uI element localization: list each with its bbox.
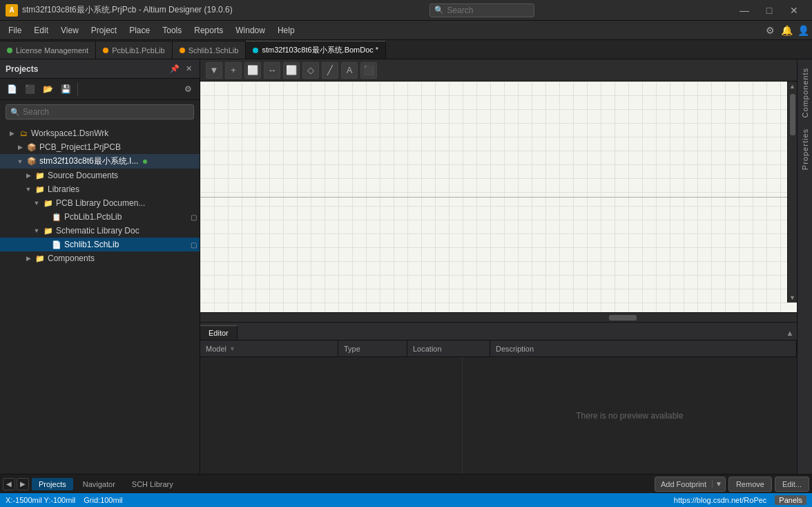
notifications-icon[interactable]: 🔔 [780,24,793,37]
tree-schlib1[interactable]: 📄 Schlib1.SchLib ▢ [0,238,200,251]
menu-project[interactable]: Project [86,23,122,37]
tool-add[interactable]: + [225,62,242,79]
projects-panel: Projects 📌 ✕ 📄 ⬛ 📂 💾 ⚙ 🔍 ▶ 🗂 Workspac [0,59,200,474]
tab-license[interactable]: License Management [0,41,96,59]
top-search-input[interactable] [447,6,530,15]
scroll-up-arrow[interactable]: ▲ [788,82,798,91]
panel-toolbar: 📄 ⬛ 📂 💾 ⚙ [0,79,200,100]
active-dot [143,160,147,164]
menu-place[interactable]: Place [124,23,155,37]
tool-filter[interactable]: ▼ [206,62,222,79]
minimize-button[interactable]: — [732,0,757,21]
project-search-box[interactable]: 🔍 [6,104,194,119]
bottom-nav: ◀ ▶ [3,478,29,490]
menu-edit[interactable]: Edit [28,23,54,37]
schlib1-icon: 📄 [51,239,62,250]
bottom-tab-projects[interactable]: Projects [32,478,73,490]
new-file-tool[interactable]: 📄 [4,82,19,97]
tree-pcb-lib-folder[interactable]: ▼ 📁 PCB Library Documen... [0,196,200,210]
canvas-scroll-h[interactable] [200,312,797,322]
menu-reports[interactable]: Reports [188,23,229,37]
settings-icon[interactable]: ⚙ [764,24,776,37]
add-footprint-button[interactable]: Add Footprint ▼ [655,477,726,492]
open-tool[interactable]: 📂 [40,82,55,97]
scroll-down-arrow[interactable]: ▼ [788,293,798,303]
stm32-arrow: ▼ [16,157,24,166]
tab-label-bomdoc: stm32f103c8t6最小系统.BomDoc * [262,45,378,55]
canvas-vscroll[interactable]: ▲ ▼ [787,82,797,303]
tree-workspace[interactable]: ▶ 🗂 Workspace1.DsnWrk [0,126,200,140]
pcb-lib-folder-icon: 📁 [43,198,54,209]
editor-collapse-button[interactable]: ▲ [783,326,797,340]
editor-tab-main[interactable]: Editor [200,325,238,340]
menu-help[interactable]: Help [272,23,300,37]
tree-source-docs[interactable]: ▶ 📁 Source Documents [0,169,200,182]
add-footprint-dropdown-arrow[interactable]: ▼ [713,480,725,488]
nav-prev-button[interactable]: ◀ [3,478,15,490]
tool-diamond[interactable]: ◇ [302,62,319,79]
components-arrow: ▶ [24,254,32,262]
tool-align[interactable]: ↔ [264,62,280,79]
edit-button[interactable]: Edit... [775,477,809,492]
panel-close-button[interactable]: ✕ [183,64,194,75]
settings-tool[interactable]: ⚙ [180,82,195,97]
libraries-label: Libraries [48,184,79,194]
menu-tools[interactable]: Tools [157,23,187,37]
side-tab-properties[interactable]: Properties [799,123,811,175]
tab-dot-schlib [180,48,185,53]
panel-pin-button[interactable]: 📌 [169,64,180,75]
remove-button[interactable]: Remove [728,477,772,492]
right-panel-tabs: Components Properties [797,59,812,474]
sch-lib-folder-label: Schematic Library Doc [56,226,139,236]
copy-tool[interactable]: ⬛ [22,82,37,97]
menu-view[interactable]: View [55,23,84,37]
window-title: stm32f103c8t6最小系统.PrjPcb - Altium Design… [22,4,233,16]
status-coords: X:-1500mil Y:-100mil [6,496,75,504]
col-model[interactable]: Model ▼ [200,341,338,356]
panels-label[interactable]: Panels [775,495,806,505]
project-search-input[interactable] [23,107,189,117]
tab-label-schlib: Schlib1.SchLib [188,46,239,55]
tool-line[interactable]: ╱ [322,62,338,79]
nav-next-button[interactable]: ▶ [17,478,29,490]
tree-sch-lib-folder[interactable]: ▼ 📁 Schematic Library Doc [0,224,200,238]
top-search-box[interactable]: 🔍 [429,3,534,17]
titlebar-left: A stm32f103c8t6最小系统.PrjPcb - Altium Desi… [6,4,233,17]
tab-label-license: License Management [16,46,88,55]
pcblib1-badge: ▢ [191,213,197,221]
tree-pcb-project[interactable]: ▶ 📦 PCB_Project1.PrjPCB [0,140,200,154]
tree-components[interactable]: ▶ 📁 Components [0,251,200,265]
content-toolbar: ▼ + ⬜ ↔ ⬜ ◇ ╱ A ⬛ [200,59,797,82]
tool-rect2[interactable]: ⬜ [283,62,300,79]
save-tool[interactable]: 💾 [58,82,73,97]
tool-text[interactable]: A [341,62,358,79]
scroll-thumb-v[interactable] [790,94,795,135]
bottom-tab-navigator[interactable]: Navigator [76,478,122,490]
close-button[interactable]: ✕ [782,0,806,21]
bottom-tab-sch-library[interactable]: SCH Library [125,478,180,490]
maximize-button[interactable]: □ [757,0,782,21]
col-model-label: Model [206,345,226,353]
tool-fill[interactable]: ⬛ [360,62,377,79]
tab-schlib[interactable]: Schlib1.SchLib [173,41,246,59]
tree-pcblib1[interactable]: 📋 PcbLib1.PcbLib ▢ [0,210,200,224]
bottombar: ◀ ▶ Projects Navigator SCH Library Add F… [0,474,812,493]
side-tab-components[interactable]: Components [799,62,811,123]
tab-pcblib[interactable]: PcbLib1.PcbLib [96,41,172,59]
canvas-area[interactable]: ▲ ▼ [200,82,797,312]
window-controls: — □ ✕ [732,0,806,21]
canvas-divider [200,197,787,198]
scroll-thumb-h[interactable] [609,315,637,321]
col-type-label: Type [344,345,360,353]
table-header: Model ▼ Type Location Description [200,341,797,357]
menu-window[interactable]: Window [230,23,271,37]
user-icon[interactable]: 👤 [797,24,809,37]
tree-stm32-project[interactable]: ▼ 📦 stm32f103c8t6最小系统.I... [0,154,200,169]
col-description[interactable]: Description [490,341,797,356]
tab-bomdoc[interactable]: stm32f103c8t6最小系统.BomDoc * [246,41,386,59]
col-location[interactable]: Location [407,341,490,356]
tool-rect[interactable]: ⬜ [244,62,261,79]
tree-libraries[interactable]: ▼ 📁 Libraries [0,182,200,196]
menu-file[interactable]: File [3,23,27,37]
col-type[interactable]: Type [338,341,407,356]
